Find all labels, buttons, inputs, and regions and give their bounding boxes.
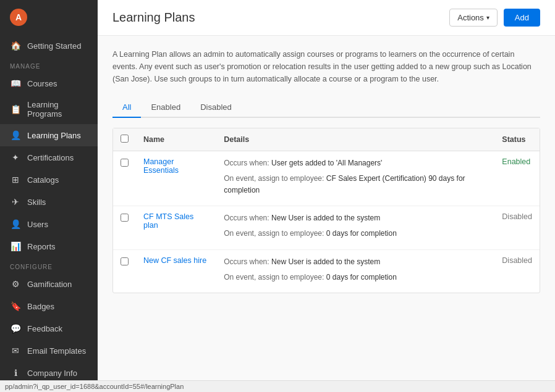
add-button[interactable]: Add xyxy=(504,9,540,27)
page-title: Learning Plans xyxy=(112,10,195,25)
header-actions: Actions ▾ Add xyxy=(449,9,540,27)
assign-row: On event, assign to employee: CF Sales E… xyxy=(224,173,487,196)
sidebar-item-catalogs[interactable]: ⊞ Catalogs xyxy=(0,169,98,191)
occurs-value: User gets added to 'All Managers' xyxy=(271,159,382,167)
sidebar-label-learning-programs: Learning Programs xyxy=(27,100,88,119)
sidebar-label-users: Users xyxy=(27,220,48,229)
row-checkbox[interactable] xyxy=(121,257,129,265)
sidebar-item-learning-plans[interactable]: 👤 Learning Plans xyxy=(0,124,98,146)
assign-row: On event, assign to employee: 0 days for… xyxy=(224,272,487,283)
occurs-when-row: Occurs when: New User is added to the sy… xyxy=(224,212,487,224)
assign-value: 0 days for completion xyxy=(326,229,397,238)
select-all-checkbox[interactable] xyxy=(121,135,129,143)
catalogs-icon: ⊞ xyxy=(10,174,21,185)
sidebar-label-gamification: Gamification xyxy=(27,280,72,289)
occurs-when-row: Occurs when: New User is added to the sy… xyxy=(224,256,487,268)
assign-row: On event, assign to employee: 0 days for… xyxy=(224,228,487,240)
reports-icon: 📊 xyxy=(10,241,21,252)
sidebar-label-getting-started: Getting Started xyxy=(27,41,81,51)
col-details: Details xyxy=(216,128,494,151)
plan-name-cell[interactable]: New CF sales hire xyxy=(136,249,216,293)
occurs-when-row: Occurs when: User gets added to 'All Man… xyxy=(224,157,487,169)
skills-icon: ✈ xyxy=(10,196,21,207)
assign-value: 0 days for completion xyxy=(326,273,397,281)
col-status: Status xyxy=(494,128,540,151)
feedback-icon: 💬 xyxy=(10,323,21,334)
sidebar-item-courses[interactable]: 📖 Courses xyxy=(0,72,98,94)
sidebar-logo: A xyxy=(0,0,98,35)
occurs-label: Occurs when: xyxy=(224,257,269,266)
sidebar-item-learning-programs[interactable]: 📋 Learning Programs xyxy=(0,94,98,124)
plan-details-cell: Occurs when: New User is added to the sy… xyxy=(216,206,494,250)
sidebar-item-certifications[interactable]: ✦ Certifications xyxy=(0,146,98,169)
courses-icon: 📖 xyxy=(10,78,21,89)
plan-name-cell[interactable]: Manager Essentials xyxy=(136,151,216,206)
sidebar-item-getting-started[interactable]: 🏠 Getting Started xyxy=(0,35,98,57)
occurs-value: New User is added to the system xyxy=(271,214,380,222)
plans-icon: 👤 xyxy=(10,130,21,141)
users-icon: 👤 xyxy=(10,219,21,230)
sidebar-item-gamification[interactable]: ⚙ Gamification xyxy=(0,273,98,295)
sidebar-item-feedback[interactable]: 💬 Feedback xyxy=(0,317,98,340)
sidebar-label-reports: Reports xyxy=(27,242,56,251)
sidebar-label-certifications: Certifications xyxy=(27,153,74,162)
row-checkbox[interactable] xyxy=(121,214,129,222)
plan-details-cell: Occurs when: New User is added to the sy… xyxy=(216,249,494,293)
row-checkbox-cell xyxy=(113,249,136,293)
gamification-icon: ⚙ xyxy=(10,278,21,290)
status-url: pp/admin?i_qp_user_id=1688&accountId=55#… xyxy=(5,383,184,390)
sidebar-item-email-templates[interactable]: ✉ Email Templates xyxy=(0,340,98,362)
sidebar: A 🏠 Getting Started MANAGE 📖 Courses 📋 L… xyxy=(0,0,98,392)
plan-status-cell: Disabled xyxy=(494,249,540,293)
occurs-value: New User is added to the system xyxy=(271,257,380,266)
sidebar-item-skills[interactable]: ✈ Skills xyxy=(0,191,98,213)
plan-details-cell: Occurs when: User gets added to 'All Man… xyxy=(216,151,494,206)
table-header-row: Name Details Status xyxy=(113,128,540,151)
plan-status-cell: Disabled xyxy=(494,206,540,250)
email-icon: ✉ xyxy=(10,345,21,356)
sidebar-label-email-templates: Email Templates xyxy=(27,346,86,356)
sidebar-item-reports[interactable]: 📊 Reports xyxy=(0,235,98,257)
plan-status-cell: Enabled xyxy=(494,151,540,206)
sidebar-section-manage: MANAGE xyxy=(0,57,98,72)
table-row: CF MTS Sales planOccurs when: New User i… xyxy=(113,206,540,250)
sidebar-label-feedback: Feedback xyxy=(27,324,62,333)
sidebar-item-badges[interactable]: 🔖 Badges xyxy=(0,295,98,317)
sidebar-label-skills: Skills xyxy=(27,198,46,207)
chevron-down-icon: ▾ xyxy=(486,14,489,21)
select-all-col xyxy=(113,128,136,151)
sidebar-label-learning-plans: Learning Plans xyxy=(27,131,81,140)
main-body: A Learning Plan allows an admin to autom… xyxy=(98,36,555,392)
assign-label: On event, assign to employee: xyxy=(224,229,324,238)
row-checkbox-cell xyxy=(113,151,136,206)
table-row: Manager EssentialsOccurs when: User gets… xyxy=(113,151,540,206)
occurs-label: Occurs when: xyxy=(224,159,269,167)
tab-all[interactable]: All xyxy=(112,98,141,118)
sidebar-item-users[interactable]: 👤 Users xyxy=(0,213,98,235)
app-logo-icon: A xyxy=(10,9,27,26)
assign-label: On event, assign to employee: xyxy=(224,174,324,183)
assign-label: On event, assign to employee: xyxy=(224,273,324,281)
status-bar: pp/admin?i_qp_user_id=1688&accountId=55#… xyxy=(0,380,555,392)
plan-name-cell[interactable]: CF MTS Sales plan xyxy=(136,206,216,250)
table-row: New CF sales hireOccurs when: New User i… xyxy=(113,249,540,293)
badges-icon: 🔖 xyxy=(10,301,21,312)
occurs-label: Occurs when: xyxy=(224,214,269,222)
programs-icon: 📋 xyxy=(10,104,21,115)
row-checkbox[interactable] xyxy=(121,159,129,167)
tab-disabled[interactable]: Disabled xyxy=(190,98,242,118)
home-icon: 🏠 xyxy=(10,40,21,51)
actions-label: Actions xyxy=(457,13,484,22)
learning-plans-table: Name Details Status Manager EssentialsOc… xyxy=(112,128,540,293)
tabs-bar: All Enabled Disabled xyxy=(112,98,540,118)
actions-dropdown-button[interactable]: Actions ▾ xyxy=(449,9,498,27)
sidebar-label-catalogs: Catalogs xyxy=(27,175,59,185)
page-header: Learning Plans Actions ▾ Add xyxy=(98,0,555,36)
certifications-icon: ✦ xyxy=(10,152,21,163)
page-description: A Learning Plan allows an admin to autom… xyxy=(112,48,540,85)
row-checkbox-cell xyxy=(113,206,136,250)
sidebar-label-courses: Courses xyxy=(27,79,57,88)
sidebar-label-company-info: Company Info xyxy=(27,369,77,378)
tab-enabled[interactable]: Enabled xyxy=(141,98,190,118)
main-content: Learning Plans Actions ▾ Add A Learning … xyxy=(98,0,555,392)
